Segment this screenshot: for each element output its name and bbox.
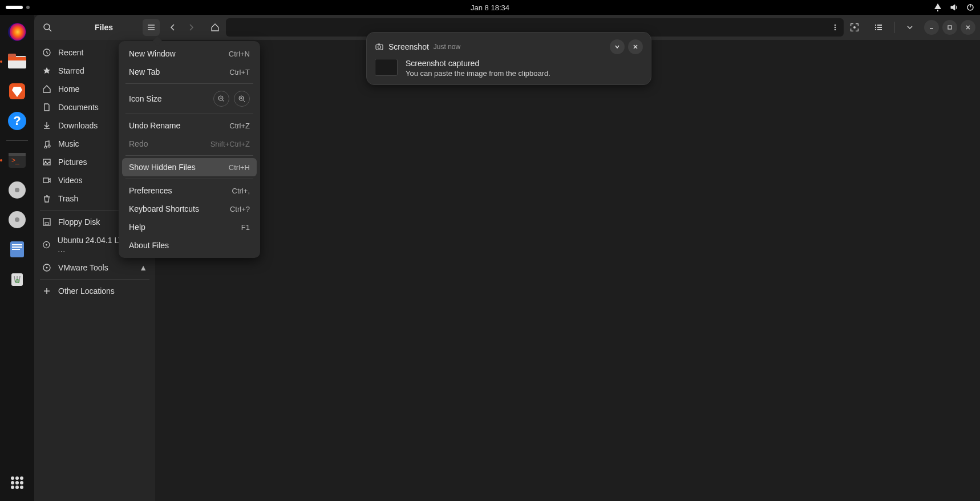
dock-software[interactable] <box>5 79 30 104</box>
notification-expand-button[interactable] <box>610 39 625 54</box>
minimize-button[interactable] <box>924 20 939 35</box>
menu-icon-size: Icon Size <box>122 86 257 111</box>
recent-icon <box>42 48 51 57</box>
menu-help[interactable]: HelpF1 <box>122 218 257 236</box>
svg-rect-78 <box>376 45 383 50</box>
menu-item-shortcut: Ctrl+T <box>229 68 250 76</box>
menu-item-label: About Files <box>129 241 169 250</box>
eject-button[interactable]: ▲ <box>139 263 147 272</box>
dock: ? >_ ♻ <box>0 15 34 501</box>
path-kebab-button[interactable] <box>831 23 839 31</box>
back-button[interactable] <box>164 19 181 36</box>
svg-rect-19 <box>12 247 22 248</box>
menu-about[interactable]: About Files <box>122 236 257 254</box>
sidebar-item-label: Floppy Disk <box>58 217 100 227</box>
forward-button[interactable] <box>183 19 200 36</box>
dock-terminal[interactable]: >_ <box>5 148 30 173</box>
menu-undo[interactable]: Undo RenameCtrl+Z <box>122 116 257 135</box>
menu-item-shortcut: Ctrl+? <box>230 205 250 213</box>
system-tray[interactable] <box>933 3 974 11</box>
dock-disc-1[interactable] <box>5 177 30 203</box>
maximize-button[interactable] <box>942 20 957 35</box>
disc-icon <box>42 240 51 249</box>
close-button[interactable] <box>961 20 975 35</box>
dock-text-editor[interactable] <box>5 237 30 262</box>
svg-line-73 <box>222 100 224 102</box>
focus-icon <box>849 22 860 33</box>
svg-point-68 <box>46 267 48 269</box>
menu-item-shortcut: F1 <box>241 223 250 232</box>
dock-disc-2[interactable] <box>5 207 30 232</box>
clock[interactable]: Jan 8 18:34 <box>471 3 509 12</box>
list-view-button[interactable] <box>870 19 887 36</box>
svg-rect-51 <box>875 27 876 28</box>
pictures-icon <box>42 157 51 167</box>
svg-point-23 <box>11 476 14 480</box>
workspace-pill <box>6 6 23 9</box>
trash-icon <box>42 194 51 203</box>
menu-item-label: New Tab <box>129 67 160 76</box>
dock-files[interactable] <box>5 49 30 74</box>
zoom-out-button[interactable] <box>213 91 229 107</box>
sidebar-item-label: Trash <box>58 194 78 203</box>
dock-help[interactable]: ? <box>5 108 30 134</box>
svg-text:?: ? <box>13 114 21 128</box>
menu-item-label: Help <box>129 223 145 232</box>
svg-text:♻: ♻ <box>15 278 20 284</box>
notification-app: Screenshot <box>388 42 429 51</box>
dock-firefox[interactable] <box>5 19 30 45</box>
maximize-icon <box>947 25 953 30</box>
menu-preferences[interactable]: PreferencesCtrl+, <box>122 181 257 200</box>
network-icon <box>933 3 942 11</box>
zoom-out-icon <box>217 95 225 103</box>
svg-point-32 <box>44 24 50 30</box>
svg-point-39 <box>835 29 836 31</box>
svg-line-77 <box>243 100 245 102</box>
menu-shortcuts[interactable]: Keyboard ShortcutsCtrl+? <box>122 200 257 218</box>
zoom-in-button[interactable] <box>234 91 250 107</box>
sidebar-mount-vmware[interactable]: VMware Tools▲ <box>34 258 155 277</box>
svg-rect-6 <box>8 57 26 60</box>
chevron-left-icon <box>169 23 177 31</box>
downloads-icon <box>42 121 51 130</box>
close-icon <box>965 25 971 30</box>
menu-new-tab[interactable]: New TabCtrl+T <box>122 63 257 81</box>
kebab-icon <box>831 23 839 31</box>
workspace-dot <box>26 6 30 9</box>
activities-area[interactable] <box>6 6 30 9</box>
menu-separator <box>125 114 253 114</box>
menu-item-label: Preferences <box>129 186 172 195</box>
home-path-button[interactable] <box>206 19 224 36</box>
menu-item-label: Show Hidden Files <box>129 163 196 172</box>
svg-rect-43 <box>858 23 858 26</box>
disc-icon <box>42 263 51 272</box>
sidebar-item-label: Videos <box>58 176 83 185</box>
content-area <box>155 40 980 501</box>
notification: Screenshot Just now Screenshot captured … <box>366 32 651 85</box>
svg-point-31 <box>20 486 23 489</box>
menu-show-hidden[interactable]: Show Hidden FilesCtrl+H <box>122 158 257 176</box>
svg-text:>_: >_ <box>11 156 19 164</box>
dock-separator <box>6 140 28 141</box>
sidebar-other-locations[interactable]: Other Locations <box>34 282 155 300</box>
svg-rect-47 <box>858 29 858 31</box>
svg-point-37 <box>835 25 836 26</box>
menu-separator <box>125 83 253 84</box>
hamburger-menu-button[interactable] <box>143 19 160 36</box>
svg-rect-49 <box>875 25 876 26</box>
menu-new-window[interactable]: New WindowCtrl+N <box>122 45 257 63</box>
search-button[interactable] <box>39 19 56 36</box>
floppy-icon <box>42 217 51 227</box>
sidebar-item-label: Home <box>58 84 79 94</box>
menu-item-label: Undo Rename <box>129 121 180 130</box>
documents-icon <box>42 103 51 112</box>
notification-close-button[interactable] <box>628 39 643 54</box>
focus-view-button[interactable] <box>846 19 863 36</box>
svg-rect-53 <box>875 29 876 30</box>
svg-rect-54 <box>877 29 882 30</box>
svg-point-27 <box>15 481 19 484</box>
dock-show-apps[interactable] <box>5 470 30 495</box>
zoom-in-icon <box>238 95 246 103</box>
dock-trash[interactable]: ♻ <box>5 266 30 292</box>
view-options-button[interactable] <box>901 19 918 36</box>
